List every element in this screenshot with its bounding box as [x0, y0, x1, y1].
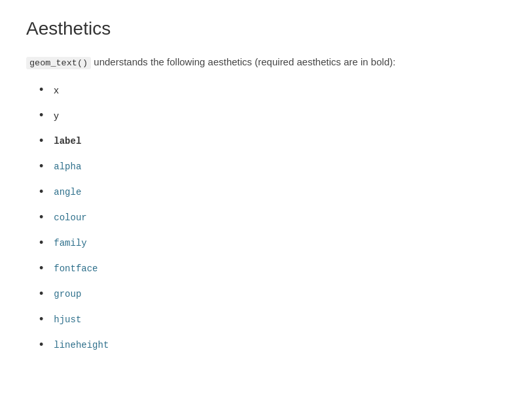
list-item-code-required: label	[54, 136, 81, 146]
list-item-code: angle	[54, 187, 81, 197]
function-name: geom_text()	[26, 57, 91, 69]
list-item-code: fontface	[54, 263, 98, 274]
list-item-code: lineheight	[54, 340, 109, 350]
list-item: x	[39, 83, 506, 97]
list-item: alpha	[39, 160, 506, 173]
list-item-code: hjust	[54, 314, 81, 325]
list-item: colour	[39, 210, 506, 224]
list-item: group	[39, 287, 506, 301]
list-item-code: family	[54, 238, 86, 248]
description: geom_text() understands the following ae…	[26, 55, 506, 70]
list-item: y	[39, 109, 506, 122]
list-item: fontface	[39, 261, 506, 275]
list-item: label	[39, 134, 506, 148]
list-item-code: group	[54, 289, 81, 299]
list-item: hjust	[39, 312, 506, 326]
list-item-text: x	[54, 84, 59, 95]
aesthetics-list: xylabelalphaanglecolourfamilyfontfacegro…	[39, 83, 506, 352]
list-item-code: colour	[54, 212, 86, 223]
list-item-text: y	[54, 110, 59, 121]
page-title: Aesthetics	[26, 18, 506, 39]
list-item: family	[39, 236, 506, 250]
description-text: understands the following aesthetics (re…	[91, 56, 395, 67]
list-item: angle	[39, 185, 506, 199]
list-item-code: alpha	[54, 161, 81, 172]
list-item: lineheight	[39, 338, 506, 352]
